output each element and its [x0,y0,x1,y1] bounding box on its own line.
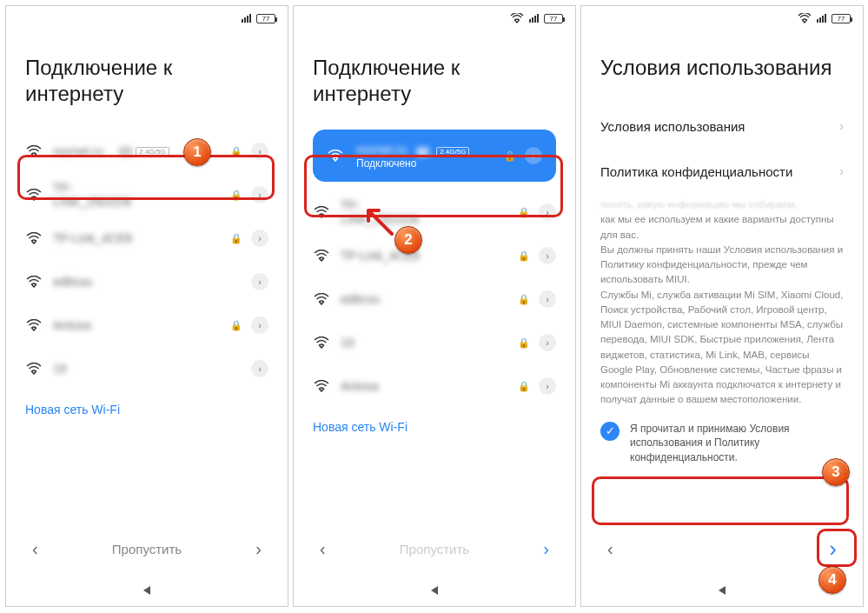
wifi-icon [327,150,344,162]
lock-icon: 🔒 [518,294,530,305]
wifi-icon [313,293,330,305]
mi-badge: MI [416,147,429,157]
wifi-icon [313,336,330,349]
wifi-network-row[interactable]: TP-LINK_25D2D6 🔒 › [25,173,268,217]
skip-button[interactable]: Пропустить [333,542,537,556]
wifi-details-button[interactable]: › [539,247,556,264]
band-badge: 2.4G/5G [436,147,469,157]
wifi-name: TP-LINK_25D2D6 [330,198,429,226]
wifi-network-row[interactable]: 19 › [25,347,268,390]
lock-icon: 🔒 [518,250,530,262]
wifi-icon [25,319,43,331]
lock-icon: 🔒 [518,381,530,392]
android-back-softkey[interactable] [581,575,863,606]
wifi-network-row[interactable]: Antoxa 🔒 › [25,303,268,347]
new-network-link[interactable]: Новая сеть Wi-Fi [313,420,407,434]
android-back-softkey[interactable] [294,575,575,606]
agree-checkbox-row[interactable]: ✓ Я прочитал и принимаю Условия использо… [600,422,844,470]
wifi-details-button[interactable]: › [539,203,556,221]
battery-icon: 77 [544,14,563,23]
wifi-details-button[interactable]: › [525,147,542,164]
next-button[interactable]: › [536,536,556,563]
signal-icon [242,14,251,23]
lock-icon: 🔒 [230,233,242,244]
back-button[interactable]: ‹ [600,536,620,563]
wifi-details-button[interactable]: › [539,290,556,308]
wifi-network-row[interactable]: editcou › [25,260,268,303]
lock-icon: 🔒 [518,207,530,218]
wifi-name: Antoxa [330,379,429,393]
wifi-network-row[interactable]: 19 🔒› [313,321,556,364]
wifi-details-button[interactable]: › [251,273,268,290]
wifi-name: 19 [330,336,429,350]
chevron-right-icon: › [839,164,844,178]
page-title: Подключение к интернету [25,55,268,107]
bottom-nav: ‹ Пропустить › [294,523,575,575]
wifi-network-row[interactable]: noznet.ru MI 2.4G/5G 🔒 › [25,130,268,173]
policy-text: понять, какую информацию мы собираем, ка… [600,197,844,408]
wifi-icon [25,189,43,201]
wifi-icon [25,363,43,375]
battery-icon: 77 [256,14,275,23]
skip-button[interactable]: Пропустить [45,542,249,556]
wifi-name: editcou [43,275,148,289]
wifi-details-button[interactable]: › [251,230,268,247]
wifi-name: TP-Link_4CE8 [43,231,142,245]
android-back-softkey[interactable] [6,575,288,606]
next-button[interactable]: › [248,536,268,563]
wifi-icon [313,250,330,262]
wifi-network-row[interactable]: TP-Link_4CE8 🔒 › [25,217,268,260]
wifi-details-button[interactable]: › [251,143,268,160]
wifi-name: TP-LINK_25D2D6 [43,181,142,209]
wifi-details-button[interactable]: › [539,334,556,351]
wifi-name: editcou [330,292,429,306]
bottom-nav: ‹ Пропустить › [6,523,288,575]
wifi-icon [25,145,43,157]
phone-screen-3: 77 Условия использования Условия использ… [580,5,864,607]
wifi-status-icon [510,13,524,23]
signal-icon [529,14,539,23]
wifi-name: noznet.ru [356,143,407,157]
terms-row[interactable]: Условия использования › [600,103,844,149]
agree-text: Я прочитал и принимаю Условия использова… [630,422,844,465]
next-button[interactable]: › [822,532,844,566]
back-button[interactable]: ‹ [313,536,333,563]
wifi-icon [25,276,43,288]
wifi-icon [313,206,330,218]
wifi-network-row[interactable]: TP-LINK_25D2D6 🔒› [313,190,556,234]
band-badge: 2.4G/5G [136,147,169,157]
status-bar: 77 [6,6,288,30]
battery-icon: 77 [832,14,851,23]
wifi-connected-card[interactable]: noznet.ru MI 2.4G/5G Подключено 🔒 › [313,130,556,182]
wifi-icon [25,232,43,244]
new-network-link[interactable]: Новая сеть Wi-Fi [25,403,120,416]
bottom-nav: ‹ › [581,523,863,575]
lock-icon: 🔒 [518,337,530,349]
wifi-network-row[interactable]: Antoxa 🔒› [313,364,556,408]
wifi-status-icon [798,13,812,23]
wifi-name: TP-Link_4CE8 [330,249,429,263]
lock-icon: 🔒 [230,146,242,157]
page-title: Условия использования [600,55,844,81]
wifi-network-row[interactable]: editcou 🔒› [313,277,556,321]
privacy-label: Политика конфиденциальности [600,164,792,179]
wifi-name: Antoxa [43,318,142,332]
phone-screen-2: 77 Подключение к интернету noznet.ru MI … [293,5,576,607]
wifi-details-button[interactable]: › [539,377,556,395]
status-bar: 77 [581,6,863,30]
wifi-details-button[interactable]: › [251,316,268,334]
status-bar: 77 [294,6,575,30]
wifi-icon [313,380,330,392]
phone-screen-1: 77 Подключение к интернету noznet.ru MI … [5,5,288,607]
wifi-details-button[interactable]: › [251,186,268,203]
wifi-details-button[interactable]: › [251,360,268,377]
wifi-name: 19 [43,362,148,376]
lock-icon: 🔒 [230,320,242,331]
lock-icon: 🔒 [504,150,516,162]
back-button[interactable]: ‹ [25,536,45,563]
wifi-status: Подключено [356,157,504,170]
privacy-row[interactable]: Политика конфиденциальности › [600,149,844,194]
checkbox-checked-icon[interactable]: ✓ [600,422,620,441]
wifi-network-row[interactable]: TP-Link_4CE8 🔒› [313,234,556,277]
page-title: Подключение к интернету [313,55,556,107]
